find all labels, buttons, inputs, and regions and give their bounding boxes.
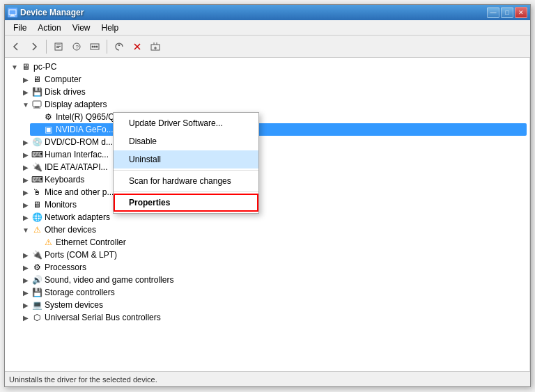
svg-rect-0	[9, 10, 16, 15]
ctx-sep-2	[114, 191, 258, 192]
expand-sound: ▶	[20, 274, 31, 285]
back-button[interactable]	[8, 38, 24, 55]
tb-sep-1	[46, 40, 47, 54]
tree-item-hid[interactable]: ▶ ⌨ Human Interfac...	[19, 148, 527, 161]
context-menu: Update Driver Software... Disable Uninst…	[113, 112, 259, 214]
toolbar: ?	[5, 36, 530, 58]
tree-root[interactable]: ▼ pc-PC	[8, 61, 527, 73]
expand-computer: ▶	[20, 74, 31, 85]
expand-nvidia	[31, 124, 42, 135]
tree-item-usb[interactable]: ▶ ⬡ Universal Serial Bus controllers	[19, 311, 527, 324]
icon-system: 💻	[31, 299, 42, 311]
icon-disk: 💾	[31, 86, 42, 97]
close-button[interactable]: ✕	[515, 7, 527, 18]
tree-item-proc[interactable]: ▶ ⚙ Processors	[19, 261, 527, 274]
tree-item-storage[interactable]: ▶ 💾 Storage controllers	[19, 286, 527, 299]
label-proc: Processors	[45, 262, 86, 272]
tree-item-ide[interactable]: ▶ 🔌 IDE ATA/ATAPI...	[19, 161, 527, 173]
label-monitors: Monitors	[45, 200, 77, 210]
icon-ide: 🔌	[31, 162, 42, 173]
icon-intel: ⚙	[42, 111, 54, 123]
window-controls: — □ ✕	[487, 7, 527, 18]
label-ports: Ports (COM & LPT)	[45, 250, 117, 260]
label-usb: Universal Serial Bus controllers	[45, 313, 161, 322]
maximize-button[interactable]: □	[501, 7, 513, 18]
uninstall-button[interactable]	[129, 38, 146, 55]
ctx-sep	[114, 170, 258, 171]
title-bar-left: Device Manager	[8, 8, 84, 17]
tree-item-dvd[interactable]: ▶ 💿 DVD/CD-ROM d...	[19, 136, 527, 148]
display-children: ⚙ Intel(R) Q965/Q963 Express Chipset Fam…	[19, 111, 527, 136]
menu-action[interactable]: Action	[32, 22, 66, 34]
expand-monitors: ▶	[20, 199, 31, 210]
label-ide: IDE ATA/ATAPI...	[45, 162, 107, 172]
label-other: Other devices	[45, 225, 96, 235]
expand-dvd: ▶	[20, 136, 31, 148]
svg-rect-1	[11, 15, 14, 16]
tree-item-computer[interactable]: ▶ Computer	[19, 73, 527, 86]
status-text: Uninstalls the driver for the selected d…	[9, 375, 157, 384]
properties-button[interactable]	[50, 38, 67, 55]
tree-root-label: pc-PC	[33, 62, 56, 72]
icon-dvd: 💿	[31, 136, 42, 148]
icon-nvidia: ▣	[42, 124, 54, 135]
label-keyboard: Keyboards	[45, 175, 84, 185]
icon-storage: 💾	[31, 287, 42, 298]
main-window: Device Manager — □ ✕ File Action View He…	[4, 4, 531, 387]
label-ethernet: Ethernet Controller	[56, 237, 126, 247]
ctx-scan[interactable]: Scan for hardware changes	[114, 172, 258, 190]
label-storage: Storage controllers	[45, 288, 115, 297]
menu-help[interactable]: Help	[96, 22, 125, 34]
ctx-uninstall[interactable]: Uninstall	[114, 150, 258, 168]
menu-view[interactable]: View	[67, 22, 96, 34]
expand-display: ▼	[20, 99, 31, 110]
label-display: Display adapters	[45, 100, 107, 109]
expand-mice: ▶	[20, 187, 31, 198]
icon-computer	[31, 74, 42, 85]
tree-item-sound[interactable]: ▶ 🔊 Sound, video and game controllers	[19, 274, 527, 286]
minimize-button[interactable]: —	[487, 7, 499, 18]
device-tree[interactable]: ▼ pc-PC ▶ Computer ▶ 💾 Disk drives	[5, 58, 530, 371]
menu-file[interactable]: File	[8, 22, 32, 34]
tree-item-mice[interactable]: ▶ 🖱 Mice and other p...	[19, 186, 527, 198]
window-title: Device Manager	[20, 8, 84, 17]
svg-rect-5	[56, 46, 61, 47]
ctx-properties[interactable]: Properties	[114, 194, 258, 212]
tree-item-nvidia[interactable]: ▣ NVIDIA GeFo...	[30, 123, 527, 136]
icon-mice: 🖱	[31, 187, 42, 198]
forward-button[interactable]	[26, 38, 42, 55]
update-button[interactable]	[111, 38, 127, 55]
ctx-disable[interactable]: Disable	[114, 132, 258, 150]
svg-text:?: ?	[76, 44, 79, 50]
tree-item-ports[interactable]: ▶ 🔌 Ports (COM & LPT)	[19, 249, 527, 261]
icon-ethernet: ⚠	[42, 237, 54, 248]
icon-hid: ⌨	[31, 149, 42, 160]
content-area: ▼ pc-PC ▶ Computer ▶ 💾 Disk drives	[5, 58, 530, 371]
label-computer: Computer	[45, 75, 82, 84]
tree-item-keyboard[interactable]: ▶ ⌨ Keyboards	[19, 173, 527, 186]
expand-keyboard: ▶	[20, 174, 31, 185]
tree-item-disk[interactable]: ▶ 💾 Disk drives	[19, 86, 527, 98]
tree-item-display[interactable]: ▼ Display adapters	[19, 98, 527, 111]
svg-rect-16	[33, 108, 40, 109]
tree-item-system[interactable]: ▶ 💻 System devices	[19, 299, 527, 311]
expand-disk: ▶	[20, 86, 31, 97]
status-bar: Uninstalls the driver for the selected d…	[5, 371, 530, 386]
other-children: ⚠ Ethernet Controller	[19, 236, 527, 249]
ctx-update-driver[interactable]: Update Driver Software...	[114, 114, 258, 132]
scan-button[interactable]	[86, 38, 103, 55]
svg-point-11	[94, 45, 96, 47]
expand-ports: ▶	[20, 249, 31, 260]
tree-item-intel[interactable]: ⚙ Intel(R) Q965/Q963 Express Chipset Fam…	[30, 111, 527, 123]
help-button[interactable]: ?	[68, 38, 85, 55]
expand-ethernet	[31, 237, 42, 248]
tree-item-monitors[interactable]: ▶ 🖥 Monitors	[19, 198, 527, 211]
title-bar: Device Manager — □ ✕	[5, 5, 530, 20]
tree-item-ethernet[interactable]: ⚠ Ethernet Controller	[30, 236, 527, 249]
svg-rect-2	[10, 16, 15, 17]
add-button[interactable]	[147, 38, 164, 55]
icon-other: ⚠	[31, 224, 42, 235]
tree-item-network[interactable]: ▶ 🌐 Network adapters	[19, 211, 527, 224]
expand-network: ▶	[20, 212, 31, 223]
tree-item-other[interactable]: ▼ ⚠ Other devices	[19, 224, 527, 236]
